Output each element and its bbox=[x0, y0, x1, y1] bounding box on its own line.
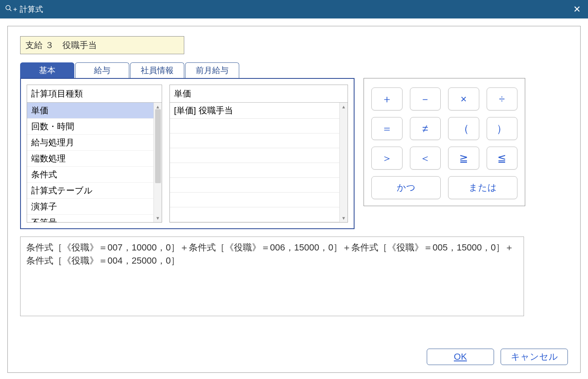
operator-button[interactable]: ＋ bbox=[371, 87, 403, 110]
formula-textarea[interactable]: 条件式［《役職》＝007，10000，0］＋条件式［《役職》＝006，15000… bbox=[20, 237, 524, 316]
selector-panel: 計算項目種類 単価回数・時間給与処理月端数処理条件式計算式テーブル演算子不等号 … bbox=[20, 78, 355, 229]
dialog-body: 支給 ３ 役職手当 基本給与社員情報前月給与 計算項目種類 単価回数・時間給与処… bbox=[7, 26, 581, 373]
value-item[interactable] bbox=[170, 207, 339, 222]
operator-button[interactable]: ÷ bbox=[487, 87, 518, 110]
value-item[interactable] bbox=[170, 163, 339, 178]
category-listbox: 計算項目種類 単価回数・時間給与処理月端数処理条件式計算式テーブル演算子不等号 … bbox=[27, 85, 162, 223]
tab-1[interactable]: 給与 bbox=[75, 62, 129, 78]
operator-button[interactable]: ） bbox=[487, 117, 518, 140]
category-list-header: 計算項目種類 bbox=[27, 85, 162, 103]
category-item[interactable]: 給与処理月 bbox=[27, 135, 153, 151]
item-scrollbar[interactable]: ▲ ▼ bbox=[339, 103, 348, 222]
tabs: 基本給与社員情報前月給与 bbox=[20, 62, 568, 78]
main-panels: 計算項目種類 単価回数・時間給与処理月端数処理条件式計算式テーブル演算子不等号 … bbox=[20, 78, 568, 229]
operator-button[interactable]: ≠ bbox=[410, 117, 441, 140]
tab-0[interactable]: 基本 bbox=[20, 62, 74, 78]
operator-button[interactable]: ≦ bbox=[487, 147, 518, 170]
operator-button[interactable]: ≧ bbox=[448, 147, 479, 170]
close-icon[interactable]: ✕ bbox=[571, 4, 583, 15]
operator-button[interactable]: ＜ bbox=[410, 147, 441, 170]
logic-operator-button[interactable]: かつ bbox=[371, 176, 441, 199]
field-name-label: 支給 ３ 役職手当 bbox=[20, 36, 184, 54]
category-item[interactable]: 単価 bbox=[27, 103, 153, 119]
logic-operator-button[interactable]: または bbox=[448, 176, 517, 199]
category-item[interactable]: 条件式 bbox=[27, 167, 153, 183]
value-item[interactable] bbox=[170, 178, 339, 193]
value-item[interactable] bbox=[170, 148, 339, 163]
item-list-header: 単価 bbox=[170, 85, 348, 103]
cancel-button[interactable]: キャンセル bbox=[501, 349, 568, 365]
category-item[interactable]: 端数処理 bbox=[27, 151, 153, 167]
operator-button[interactable]: （ bbox=[448, 117, 479, 140]
category-item[interactable]: 不等号 bbox=[27, 215, 153, 222]
scroll-up-icon[interactable]: ▲ bbox=[156, 104, 160, 109]
ok-button[interactable]: OK bbox=[427, 349, 494, 365]
operator-button[interactable]: － bbox=[410, 87, 441, 110]
scroll-down-icon[interactable]: ▼ bbox=[341, 216, 346, 221]
scroll-down-icon[interactable]: ▼ bbox=[156, 216, 160, 221]
value-item[interactable] bbox=[170, 133, 339, 148]
tab-3[interactable]: 前月給与 bbox=[185, 62, 239, 78]
scroll-up-icon[interactable]: ▲ bbox=[341, 104, 346, 109]
window-title: 計算式 bbox=[20, 4, 43, 15]
category-item[interactable]: 計算式テーブル bbox=[27, 183, 153, 199]
value-item[interactable] bbox=[170, 193, 339, 207]
value-item[interactable] bbox=[170, 119, 339, 133]
value-item[interactable]: [単価] 役職手当 bbox=[170, 103, 339, 119]
scrollbar-thumb[interactable] bbox=[155, 109, 161, 183]
svg-point-0 bbox=[6, 5, 10, 10]
title-plus: + bbox=[13, 5, 17, 14]
item-listbox: 単価 [単価] 役職手当 ▲ ▼ bbox=[169, 85, 348, 223]
category-item[interactable]: 演算子 bbox=[27, 199, 153, 215]
tab-2[interactable]: 社員情報 bbox=[130, 62, 184, 78]
svg-line-1 bbox=[9, 9, 11, 11]
titlebar: + 計算式 ✕ bbox=[0, 0, 588, 18]
operator-button[interactable]: ＞ bbox=[371, 147, 403, 170]
category-scrollbar[interactable]: ▲ ▼ bbox=[153, 103, 162, 222]
operator-panel: ＋－×÷＝≠（）＞＜≧≦ かつまたは bbox=[364, 78, 525, 206]
category-item[interactable]: 回数・時間 bbox=[27, 119, 153, 135]
operator-button[interactable]: × bbox=[448, 87, 479, 110]
search-icon bbox=[5, 5, 12, 14]
dialog-footer: OK キャンセル bbox=[427, 349, 568, 365]
operator-button[interactable]: ＝ bbox=[371, 117, 403, 140]
